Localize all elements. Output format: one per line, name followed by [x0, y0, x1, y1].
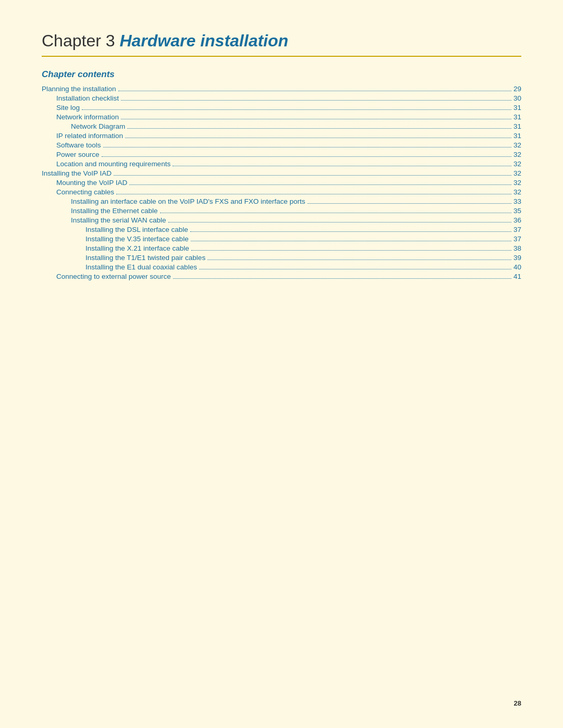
toc-dots — [82, 109, 511, 110]
toc-page: 30 — [513, 94, 521, 102]
chapter-title-bold: Hardware installation — [119, 31, 288, 50]
toc-dots — [114, 175, 511, 176]
toc-dots — [121, 100, 511, 101]
toc-page: 31 — [513, 113, 521, 121]
toc-label: Installation checklist — [56, 94, 119, 102]
toc-dots — [118, 91, 511, 91]
toc-page: 37 — [513, 226, 521, 233]
toc-entry: Mounting the VoIP IAD32 — [42, 179, 521, 187]
page-number: 28 — [514, 699, 521, 707]
toc-entry: Power source32 — [42, 151, 521, 158]
toc-page: 32 — [513, 160, 521, 168]
toc-entry: Site log31 — [42, 104, 521, 112]
toc-dots — [191, 241, 511, 241]
toc-label: Installing the V.35 interface cable — [85, 235, 189, 243]
toc-dots — [173, 278, 511, 279]
toc-page: 32 — [513, 179, 521, 187]
toc-entry: Installation checklist30 — [42, 94, 521, 102]
toc-page: 35 — [513, 207, 521, 215]
toc-page: 32 — [513, 151, 521, 158]
toc-entry: Connecting cables32 — [42, 188, 521, 196]
toc-page: 31 — [513, 104, 521, 112]
toc-page: 32 — [513, 188, 521, 196]
toc-dots — [207, 260, 511, 260]
toc-label: Mounting the VoIP IAD — [56, 179, 127, 187]
toc-label: Installing the VoIP IAD — [42, 169, 112, 177]
toc-label: Network information — [56, 113, 119, 121]
toc-page: 29 — [513, 85, 521, 93]
toc-label: Connecting cables — [56, 188, 114, 196]
toc-label: Installing the Ethernet cable — [71, 207, 158, 215]
page: Chapter 3 Hardware installation Chapter … — [0, 0, 563, 728]
toc-page: 31 — [513, 122, 521, 130]
toc-label: Installing the E1 dual coaxial cables — [85, 263, 197, 271]
toc-label: Network Diagram — [71, 122, 125, 130]
toc-dots — [168, 222, 511, 223]
toc-dots — [199, 269, 511, 269]
toc-page: 37 — [513, 235, 521, 243]
toc-page: 40 — [513, 263, 521, 271]
toc-dots — [191, 250, 511, 251]
toc-page: 39 — [513, 254, 521, 262]
toc-entry: Installing the VoIP IAD32 — [42, 169, 521, 177]
toc-dots — [173, 166, 511, 166]
toc-entry: Planning the installation29 — [42, 85, 521, 93]
toc-label: Connecting to external power source — [56, 273, 171, 280]
toc-entry: Connecting to external power source41 — [42, 273, 521, 280]
toc-dots — [103, 147, 511, 147]
toc-entry: Installing the E1 dual coaxial cables40 — [42, 263, 521, 271]
toc-dots — [160, 213, 511, 213]
toc-page: 38 — [513, 244, 521, 252]
toc-dots — [190, 231, 511, 232]
toc-dots — [102, 156, 511, 157]
toc-dots — [308, 203, 511, 204]
toc-label: Installing the serial WAN cable — [71, 216, 166, 224]
toc-dots — [116, 194, 511, 194]
toc-label: Location and mounting requirements — [56, 160, 170, 168]
toc-entry: Installing the T1/E1 twisted pair cables… — [42, 254, 521, 262]
toc-page: 32 — [513, 169, 521, 177]
chapter-title: Chapter 3 Hardware installation — [42, 31, 521, 51]
toc-entry: Installing the Ethernet cable35 — [42, 207, 521, 215]
toc-entry: Network information31 — [42, 113, 521, 121]
toc-entry: IP related information31 — [42, 132, 521, 140]
toc-label: Installing the X.21 interface cable — [85, 244, 189, 252]
chapter-prefix: Chapter 3 — [42, 31, 115, 50]
toc-page: 36 — [513, 216, 521, 224]
toc-page: 33 — [513, 198, 521, 205]
toc-label: Power source — [56, 151, 100, 158]
toc-dots — [127, 128, 511, 129]
toc-page: 32 — [513, 141, 521, 149]
toc-label: Site log — [56, 104, 80, 112]
toc-dots — [129, 184, 511, 185]
chapter-header: Chapter 3 Hardware installation — [42, 31, 521, 57]
toc-dots — [125, 138, 511, 138]
toc-label: Installing the T1/E1 twisted pair cables — [85, 254, 205, 262]
toc-entry: Installing the X.21 interface cable38 — [42, 244, 521, 252]
chapter-contents-heading: Chapter contents — [42, 69, 521, 80]
toc-dots — [121, 119, 511, 119]
toc-label: Software tools — [56, 141, 101, 149]
toc-entry: Installing the DSL interface cable37 — [42, 226, 521, 233]
toc-label: Installing an interface cable on the VoI… — [71, 198, 305, 205]
toc-label: Planning the installation — [42, 85, 116, 93]
toc: Planning the installation29Installation … — [42, 85, 521, 280]
toc-label: Installing the DSL interface cable — [85, 226, 188, 233]
toc-entry: Installing an interface cable on the VoI… — [42, 198, 521, 205]
toc-entry: Installing the V.35 interface cable37 — [42, 235, 521, 243]
toc-entry: Software tools32 — [42, 141, 521, 149]
toc-page: 31 — [513, 132, 521, 140]
toc-entry: Location and mounting requirements32 — [42, 160, 521, 168]
toc-page: 41 — [513, 273, 521, 280]
toc-entry: Network Diagram31 — [42, 122, 521, 130]
toc-label: IP related information — [56, 132, 123, 140]
toc-entry: Installing the serial WAN cable36 — [42, 216, 521, 224]
